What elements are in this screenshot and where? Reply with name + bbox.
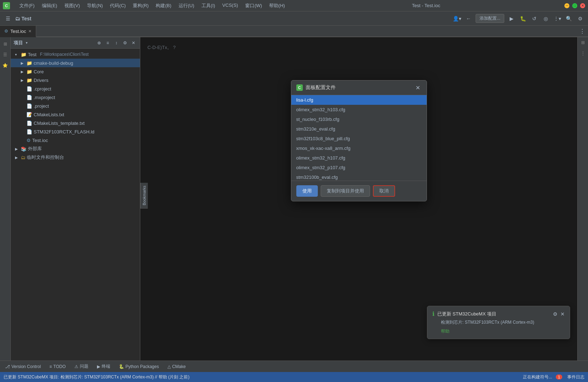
tree-label-.project: .project: [34, 103, 49, 109]
menu-item-帮助[interactable]: 帮助(H): [266, 1, 288, 10]
tree-item-cmakelists.txt[interactable]: 📝CMakeLists.txt: [11, 110, 140, 119]
tree-item-临时文件和控制台[interactable]: ▶🗂临时文件和控制台: [11, 153, 140, 162]
back-button[interactable]: ←: [464, 14, 473, 23]
more-button[interactable]: ⋮▾: [553, 14, 562, 23]
menu-item-运行[interactable]: 运行(U): [176, 1, 197, 10]
modal-list-item-6[interactable]: olimex_stm32_h107.cfg: [291, 153, 427, 163]
modal-list-item-0[interactable]: lisa-l.cfg: [291, 95, 427, 105]
debug-button[interactable]: 🐛: [519, 14, 527, 23]
menu-item-构建[interactable]: 构建(B): [153, 1, 174, 10]
tree-item-core[interactable]: ▶📁Core: [11, 67, 140, 76]
panel-dropdown-icon[interactable]: ▾: [26, 41, 28, 45]
modal-list-item-4[interactable]: stm32f103c8_blue_pill.cfg: [291, 134, 427, 143]
add-config-button[interactable]: 添加配置...: [476, 14, 504, 23]
tab-test-ioc[interactable]: ⚙ Test.ioc ✕: [0, 26, 36, 37]
tree-arrow-test[interactable]: ▾: [15, 53, 19, 57]
panel-config-modal: C 面板配置文件 ✕ lisa-l.cfgolimex_stm32_h103.c…: [291, 80, 427, 201]
modal-list-item-2[interactable]: st_nucleo_f103rb.cfg: [291, 114, 427, 124]
tree-item-外部库[interactable]: ▶📚外部库: [11, 145, 140, 153]
close-button[interactable]: ✕: [580, 3, 585, 8]
bottom-item-问题[interactable]: ⚠问题: [73, 363, 90, 370]
bottom-icon-终端: ▶: [97, 364, 100, 369]
bottom-item-python-packages[interactable]: 🐍Python Packages: [117, 363, 160, 370]
menu-item-导航[interactable]: 导航(N): [84, 1, 106, 10]
tab-more-button[interactable]: ⋮: [577, 28, 588, 35]
tree-label-临时文件和控制台: 临时文件和控制台: [27, 154, 64, 161]
notification-close-button[interactable]: ✕: [560, 311, 565, 317]
copy-and-use-button[interactable]: 复制到项目并使用: [321, 185, 370, 197]
profile-button[interactable]: ◎: [541, 14, 550, 23]
tree-item-drivers[interactable]: ▶📁Drivers: [11, 76, 140, 84]
tree-item-test.ioc[interactable]: ⚙Test.ioc: [11, 136, 140, 145]
expand-button[interactable]: ↕: [113, 39, 120, 46]
collapse-button[interactable]: ≡: [104, 39, 111, 46]
bookmarks-tab[interactable]: Bookmarks: [140, 183, 148, 209]
notification-help-link[interactable]: 帮助: [432, 328, 565, 334]
file-tree: ▾📁TestF:\Workspaces\Clion\Test▶📁cmake-bu…: [11, 49, 140, 361]
modal-close-button[interactable]: ✕: [414, 84, 422, 91]
reload-button[interactable]: ↺: [530, 14, 539, 23]
avatar-button[interactable]: 👤▾: [453, 14, 461, 23]
favorites-icon[interactable]: ⭐: [1, 62, 9, 69]
tree-label-cmake-build-debug: cmake-build-debug: [34, 60, 73, 66]
bottom-item-todo[interactable]: ≡TODO: [48, 363, 67, 370]
menu-item-文件[interactable]: 文件(F): [16, 1, 38, 10]
menu-item-VCS[interactable]: VCS(S): [219, 1, 241, 10]
modal-list-item-5[interactable]: xmos_xk-xac-xa8_arm.cfg: [291, 143, 427, 153]
tree-item-test[interactable]: ▾📁TestF:\Workspaces\Clion\Test: [11, 50, 140, 59]
sync-button[interactable]: ⊕: [96, 39, 103, 46]
bottom-icon-python-packages: 🐍: [119, 364, 124, 369]
project-panel: 项目 ▾ ⊕ ≡ ↕ ⚙ ✕ ▾📁TestF:\Workspaces\Clion…: [11, 37, 140, 361]
maximize-button[interactable]: □: [572, 3, 577, 8]
settings-button[interactable]: ⚙: [576, 14, 584, 23]
menu-item-代码[interactable]: 代码(C): [107, 1, 128, 10]
toolbar: ☰ 🗂 Test 👤▾ ← 添加配置... ▶ 🐛 ↺ ◎ ⋮▾ 🔍 ⚙: [0, 11, 588, 26]
right-panel-btn-2[interactable]: ⋮: [579, 49, 587, 57]
tree-item-stm32f103rctx_flash.ld[interactable]: 📄STM32F103RCTX_FLASH.ld: [11, 127, 140, 136]
modal-list-item-3[interactable]: stm3210e_eval.cfg: [291, 124, 427, 134]
bottom-item-cmake[interactable]: △CMake: [166, 363, 187, 370]
minimize-button[interactable]: ─: [564, 3, 569, 8]
tree-item-.project[interactable]: 📄.project: [11, 102, 140, 110]
modal-list-item-1[interactable]: olimex_stm32_h103.cfg: [291, 105, 427, 114]
modal-list-item-8[interactable]: stm32100b_eval.cfg: [291, 172, 427, 181]
tree-item-cmake-build-debug[interactable]: ▶📁cmake-build-debug: [11, 59, 140, 67]
bottom-item-version-control[interactable]: ⎇Version Control: [4, 363, 42, 370]
bottom-icon-cmake: △: [167, 364, 171, 369]
tree-file-icon-外部库: 📚: [21, 146, 26, 152]
menu-item-视图[interactable]: 视图(V): [62, 1, 83, 10]
tree-file-icon-cmakelists_template.txt: 📄: [26, 121, 32, 126]
event-log-badge[interactable]: 1: [556, 374, 562, 379]
menu-item-工具[interactable]: 工具(I): [199, 1, 218, 10]
tab-close-button[interactable]: ✕: [28, 29, 31, 34]
settings-panel-button[interactable]: ⚙: [121, 39, 128, 46]
search-button[interactable]: 🔍: [564, 14, 573, 23]
structure-icon[interactable]: ⊞: [1, 40, 9, 48]
sidebar-toggle-button[interactable]: ☰: [4, 14, 12, 23]
right-panel-btn-1[interactable]: ⊞: [579, 39, 587, 46]
modal-list-item-7[interactable]: olimex_stm32_p107.cfg: [291, 163, 427, 172]
tree-arrow-外部库[interactable]: ▶: [15, 147, 19, 151]
notification-settings-button[interactable]: ⚙: [553, 311, 558, 317]
left-sidebar-icons: ⊞ ☰ ⭐: [0, 37, 11, 361]
event-log-label[interactable]: 事件日志: [567, 374, 584, 380]
hierarchy-icon[interactable]: ☰: [1, 51, 9, 59]
close-panel-button[interactable]: ✕: [130, 39, 137, 46]
notification-body: 检测到芯片: STM32F103RCTx (ARM Cortex-m3): [432, 319, 565, 325]
cancel-button[interactable]: 取消: [373, 185, 395, 197]
menu-item-编辑[interactable]: 编辑(E): [39, 1, 60, 10]
use-button[interactable]: 使用: [296, 185, 318, 197]
tree-arrow-drivers[interactable]: ▶: [21, 78, 25, 82]
tree-item-.mxproject[interactable]: 📄.mxproject: [11, 93, 140, 102]
menu-item-重构[interactable]: 重构(R): [130, 1, 151, 10]
tree-arrow-core[interactable]: ▶: [21, 70, 25, 74]
menu-item-窗口[interactable]: 窗口(W): [242, 1, 265, 10]
tree-item-.cproject[interactable]: 📄.cproject: [11, 84, 140, 93]
tree-arrow-cmake-build-debug[interactable]: ▶: [21, 61, 25, 65]
bottom-item-终端[interactable]: ▶终端: [96, 363, 112, 370]
tree-arrow-临时文件和控制台[interactable]: ▶: [15, 156, 19, 160]
tree-item-cmakelists_template.txt[interactable]: 📄CMakeLists_template.txt: [11, 119, 140, 127]
run-button[interactable]: ▶: [507, 14, 516, 23]
project-path: F:\Workspaces\Clion\Test: [40, 52, 89, 57]
bottom-icon-todo: ≡: [49, 364, 52, 369]
